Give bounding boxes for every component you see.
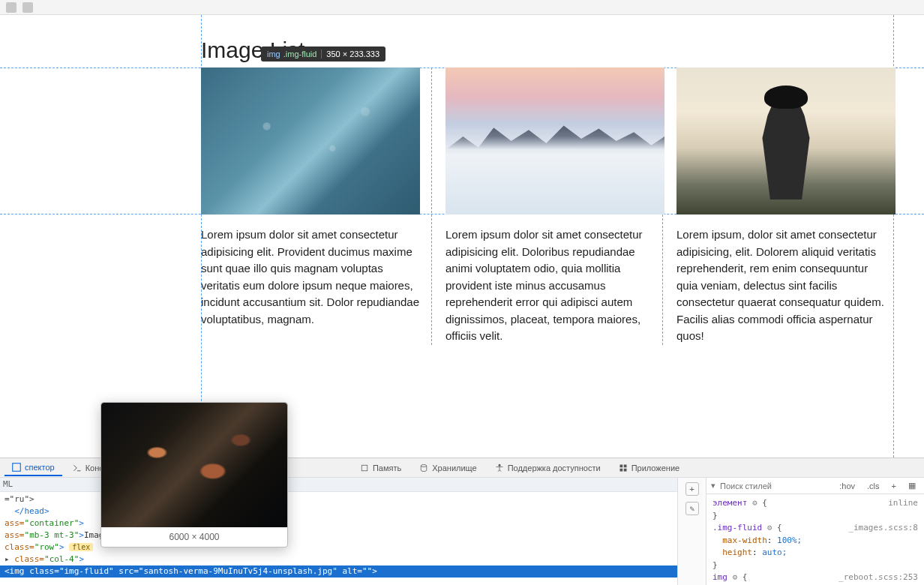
tab-accessibility-label: Поддержка доступности xyxy=(508,464,601,472)
svg-rect-6 xyxy=(620,468,622,471)
tooltip-class: .img-fluid xyxy=(284,50,317,58)
rule-1-val-1: auto; xyxy=(762,548,787,557)
layout-toggle[interactable]: ▦ xyxy=(904,480,920,491)
cls-toggle[interactable]: .cls xyxy=(863,481,884,491)
lock-icon xyxy=(22,2,33,13)
new-rule-toggle[interactable]: + xyxy=(888,481,900,491)
rule-0-src: inline xyxy=(888,497,918,510)
tab-inspector[interactable]: спектор xyxy=(4,460,62,476)
new-rule-button[interactable]: + xyxy=(686,482,699,496)
rule-0-selector: элемент xyxy=(712,498,747,508)
rule-1-val-0: 100%; xyxy=(777,536,802,545)
row: Lorem ipsum dolor sit amet consectetur a… xyxy=(201,68,894,345)
dom-h-class: mb-3 mt-3 xyxy=(29,530,74,540)
column-2: Lorem ipsum dolor sit amet consectetur a… xyxy=(432,68,663,345)
svg-rect-7 xyxy=(623,468,626,471)
styles-filter-input[interactable] xyxy=(720,482,831,490)
application-icon xyxy=(619,464,628,472)
storage-icon xyxy=(419,464,428,472)
svg-rect-4 xyxy=(620,464,622,467)
rule-1-src: _images.scss:8 xyxy=(848,522,918,535)
inspector-icon xyxy=(12,463,21,472)
dom-sel-class: img-fluid xyxy=(64,566,110,576)
column-3: Lorem ipsum, dolor sit amet consectetur … xyxy=(663,68,894,345)
tooltip-tag: img xyxy=(267,50,280,58)
styles-panel: ▾ :hov .cls + ▦ элемент ⚙ {inline } .img… xyxy=(706,478,924,585)
dom-selected-line[interactable]: <img class="img-fluid" src="santosh-verm… xyxy=(0,566,677,578)
column-1: Lorem ipsum dolor sit amet consectetur a… xyxy=(201,68,432,345)
memory-icon xyxy=(360,464,369,472)
styles-rules[interactable]: элемент ⚙ {inline } .img-fluid ⚙ {_image… xyxy=(706,494,924,585)
image-hover-preview: 6000 × 4000 xyxy=(100,402,288,548)
console-icon xyxy=(73,464,82,472)
tab-application-label: Приложение xyxy=(632,464,680,472)
svg-rect-1 xyxy=(362,465,368,471)
preview-dimensions: 6000 × 4000 xyxy=(101,527,287,542)
rule-1-prop-0: max-width xyxy=(722,536,767,545)
svg-rect-5 xyxy=(623,464,626,467)
tab-memory[interactable]: Память xyxy=(352,460,409,476)
dom-line-html: ="ru"> xyxy=(4,494,34,504)
column-1-text: Lorem ipsum dolor sit amet consectetur a… xyxy=(201,226,424,328)
rule-1-prop-1: height xyxy=(722,548,752,557)
rule-1-selector: .img-fluid xyxy=(712,523,762,532)
column-2-text: Lorem ipsum dolor sit amet consectetur a… xyxy=(446,226,655,345)
tab-storage-label: Хранилище xyxy=(432,464,476,472)
tab-memory-label: Память xyxy=(373,464,401,472)
page-viewport: Image List img.img-fluid 350 × 233.333 L… xyxy=(0,15,924,458)
browser-address-bar[interactable] xyxy=(0,0,924,15)
tab-application[interactable]: Приложение xyxy=(611,460,688,476)
svg-point-2 xyxy=(421,464,427,466)
tab-storage[interactable]: Хранилище xyxy=(412,460,484,476)
flex-badge[interactable]: flex xyxy=(69,543,93,551)
styles-header: ▾ :hov .cls + ▦ xyxy=(706,478,924,494)
dom-sel-src: santosh-verma-9MuInuTv5j4-unsplash.jpg xyxy=(143,566,332,576)
image-water[interactable] xyxy=(201,68,420,214)
rule-2-selector: img xyxy=(712,572,728,582)
dom-row-class: row xyxy=(39,542,54,552)
preview-thumbnail xyxy=(101,403,287,527)
dom-col-class: col-4 xyxy=(50,554,74,564)
filter-icon: ▾ xyxy=(711,481,716,490)
image-person[interactable] xyxy=(676,68,896,214)
pick-element-button[interactable]: ✎ xyxy=(686,502,699,515)
dom-container-class: container xyxy=(29,518,74,528)
element-inspect-tooltip: img.img-fluid 350 × 233.333 xyxy=(261,46,386,62)
tab-accessibility[interactable]: Поддержка доступности xyxy=(488,460,608,476)
image-mountain[interactable] xyxy=(446,68,664,214)
svg-rect-0 xyxy=(13,463,21,471)
rule-2-src: _reboot.scss:253 xyxy=(838,572,918,584)
svg-point-3 xyxy=(498,464,500,466)
column-3-text: Lorem ipsum, dolor sit amet consectetur … xyxy=(676,226,886,345)
tab-inspector-label: спектор xyxy=(25,463,55,472)
hov-toggle[interactable]: :hov xyxy=(836,481,859,491)
accessibility-icon xyxy=(495,464,504,472)
dom-side-buttons: + ✎ xyxy=(678,478,706,585)
shield-icon xyxy=(6,2,16,13)
tooltip-dims: 350 × 233.333 xyxy=(321,50,380,58)
